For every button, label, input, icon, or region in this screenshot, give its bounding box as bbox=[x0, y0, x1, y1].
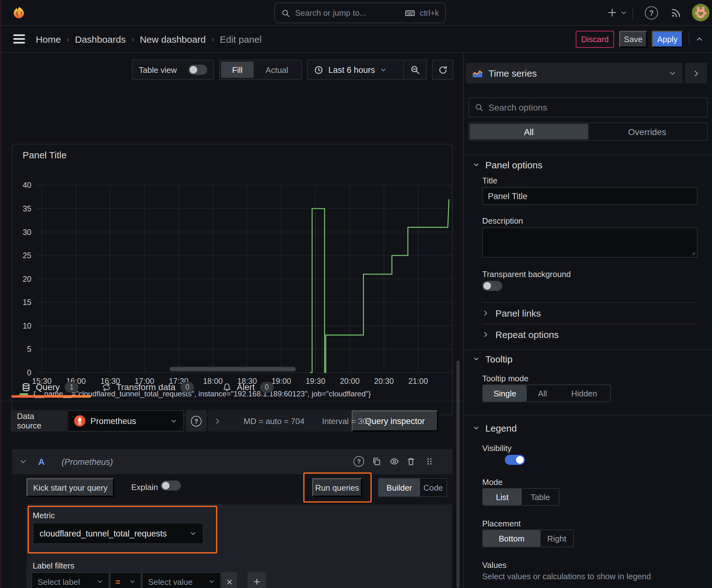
breadcrumb: Home › Dashboards › New dashboard › Edit… bbox=[36, 26, 261, 52]
table-view-control: Table view bbox=[132, 60, 214, 80]
duplicate-query-icon[interactable] bbox=[372, 457, 381, 466]
tooltip-header[interactable]: Tooltip bbox=[473, 354, 513, 364]
remove-filter-button[interactable] bbox=[222, 572, 237, 588]
search-options-input[interactable] bbox=[489, 102, 701, 112]
help-circle-icon: ? bbox=[191, 416, 201, 426]
metric-select[interactable]: cloudflared_tunnel_total_requests bbox=[33, 523, 203, 544]
repeat-options-collapse[interactable]: Repeat options bbox=[482, 323, 697, 345]
transparent-bg-toggle[interactable] bbox=[482, 281, 502, 291]
panel-resize-handle[interactable] bbox=[170, 367, 296, 371]
legend-placement-switch: Bottom Right bbox=[482, 530, 574, 547]
refresh-button[interactable] bbox=[432, 60, 453, 80]
options-scope-tabs: All Overrides bbox=[468, 123, 708, 141]
description-textarea[interactable] bbox=[482, 227, 697, 257]
actual-option[interactable]: Actual bbox=[254, 62, 300, 78]
breadcrumb-home[interactable]: Home bbox=[36, 34, 61, 44]
kick-start-query-button[interactable]: Kick start your query bbox=[26, 478, 114, 497]
builder-option[interactable]: Builder bbox=[379, 479, 420, 496]
metric-value: cloudflared_tunnel_total_requests bbox=[40, 529, 185, 538]
panel-options-title: Panel options bbox=[486, 160, 542, 170]
help-icon[interactable]: ? bbox=[645, 6, 658, 19]
legend-table-option[interactable]: Table bbox=[522, 489, 559, 505]
select-value-dropdown[interactable]: Select value bbox=[142, 572, 221, 588]
query-row-header[interactable]: A (Prometheus) ? bbox=[12, 449, 453, 474]
breadcrumb-dashboards[interactable]: Dashboards bbox=[75, 34, 126, 44]
tab-overrides[interactable]: Overrides bbox=[588, 124, 706, 140]
tooltip-all-option[interactable]: All bbox=[527, 385, 558, 401]
builder-code-switch: Builder Code bbox=[378, 478, 447, 497]
save-button[interactable]: Save bbox=[619, 31, 647, 48]
time-range-caret-icon bbox=[380, 66, 387, 73]
query-collapse-icon[interactable] bbox=[19, 458, 27, 465]
query-ref-id: A bbox=[38, 457, 45, 467]
add-filter-button[interactable] bbox=[247, 572, 266, 588]
tab-alert[interactable]: Alert 0 bbox=[222, 378, 274, 396]
query-builder-panel: Metric cloudflared_tunnel_total_requests… bbox=[26, 504, 452, 588]
visualization-picker[interactable]: Time series bbox=[466, 63, 683, 84]
legend-header[interactable]: Legend bbox=[473, 423, 517, 434]
code-option[interactable]: Code bbox=[420, 479, 447, 496]
placement-bottom-option[interactable]: Bottom bbox=[483, 530, 540, 547]
fill-option[interactable]: Fill bbox=[221, 62, 254, 78]
interval-stat: Interval = 30s bbox=[322, 416, 371, 426]
grafana-logo-icon[interactable] bbox=[12, 6, 26, 20]
menu-hamburger-icon[interactable] bbox=[13, 34, 25, 44]
add-caret-icon[interactable] bbox=[620, 9, 627, 16]
toggle-visibility-icon[interactable] bbox=[389, 457, 399, 466]
panel-title-input[interactable] bbox=[482, 187, 697, 205]
news-rss-icon[interactable] bbox=[671, 7, 682, 18]
tab-alert-count: 0 bbox=[260, 382, 274, 392]
apply-button[interactable]: Apply bbox=[652, 31, 683, 48]
y-tick-label: 30 bbox=[23, 228, 31, 236]
select-label-dropdown[interactable]: Select label bbox=[31, 572, 109, 588]
user-avatar[interactable] bbox=[692, 4, 710, 21]
breadcrumb-new-dashboard[interactable]: New dashboard bbox=[140, 34, 206, 44]
legend-visibility-toggle[interactable] bbox=[504, 455, 524, 465]
panel-title[interactable]: Panel Title bbox=[23, 149, 67, 160]
edit-workspace: Table view Fill Actual Last 6 hours Pane… bbox=[0, 53, 463, 588]
transform-icon bbox=[102, 382, 111, 392]
resize-grip-icon[interactable] bbox=[689, 249, 696, 256]
tab-query[interactable]: Query 1 bbox=[21, 378, 79, 396]
global-search[interactable]: Search or jump to... ctrl+k bbox=[274, 2, 446, 23]
datasource-picker[interactable]: Prometheus bbox=[67, 410, 184, 432]
drag-query-icon[interactable] bbox=[425, 457, 434, 466]
run-queries-button[interactable]: Run queries bbox=[312, 478, 362, 497]
explain-toggle[interactable] bbox=[161, 481, 181, 491]
tooltip-hidden-option[interactable]: Hidden bbox=[558, 385, 610, 401]
datasource-label: Data source bbox=[17, 412, 60, 430]
datasource-help-button[interactable]: ? bbox=[186, 410, 207, 432]
breadcrumb-bar: Home › Dashboards › New dashboard › Edit… bbox=[0, 26, 712, 53]
workspace-scrollbar[interactable] bbox=[456, 361, 459, 588]
zoom-out-button[interactable] bbox=[404, 60, 426, 79]
table-view-toggle[interactable] bbox=[188, 65, 207, 75]
values-help-text: Select values or calculations to show in… bbox=[482, 572, 703, 581]
tab-all-options[interactable]: All bbox=[470, 124, 588, 140]
operator-dropdown[interactable]: = bbox=[110, 572, 141, 588]
time-range-picker[interactable]: Last 6 hours bbox=[308, 60, 403, 79]
tab-alert-label: Alert bbox=[237, 382, 255, 392]
time-series-chart[interactable]: 051015202530354015:3016:0016:3017:0017:3… bbox=[13, 145, 453, 416]
legend-list-option[interactable]: List bbox=[483, 489, 522, 505]
tooltip-single-option[interactable]: Single bbox=[483, 385, 527, 401]
max-data-points-stat: MD = auto = 704 bbox=[244, 416, 304, 426]
collapse-pane-icon[interactable] bbox=[695, 35, 704, 43]
panel-options-header[interactable]: Panel options bbox=[473, 160, 542, 170]
collapse-options-button[interactable] bbox=[685, 63, 707, 84]
search-options-box[interactable] bbox=[468, 97, 708, 118]
y-tick-label: 40 bbox=[23, 181, 31, 189]
expand-options-icon[interactable] bbox=[214, 417, 221, 424]
query-tabs-bar: Query 1 Transform data 0 Alert 0 bbox=[0, 376, 463, 401]
delete-query-icon[interactable] bbox=[406, 457, 416, 466]
topbar-divider bbox=[632, 7, 633, 19]
description-field-label: Description bbox=[482, 216, 523, 226]
panel-links-collapse[interactable]: Panel links bbox=[482, 302, 697, 323]
add-icon[interactable] bbox=[607, 7, 617, 18]
placement-right-option[interactable]: Right bbox=[540, 530, 573, 547]
discard-button[interactable]: Discard bbox=[576, 31, 614, 48]
y-tick-label: 25 bbox=[23, 251, 31, 260]
tab-transform-data[interactable]: Transform data 0 bbox=[102, 378, 194, 396]
time-series-line[interactable] bbox=[310, 199, 449, 373]
query-help-icon[interactable]: ? bbox=[353, 456, 364, 467]
metric-caret-icon bbox=[190, 530, 196, 537]
